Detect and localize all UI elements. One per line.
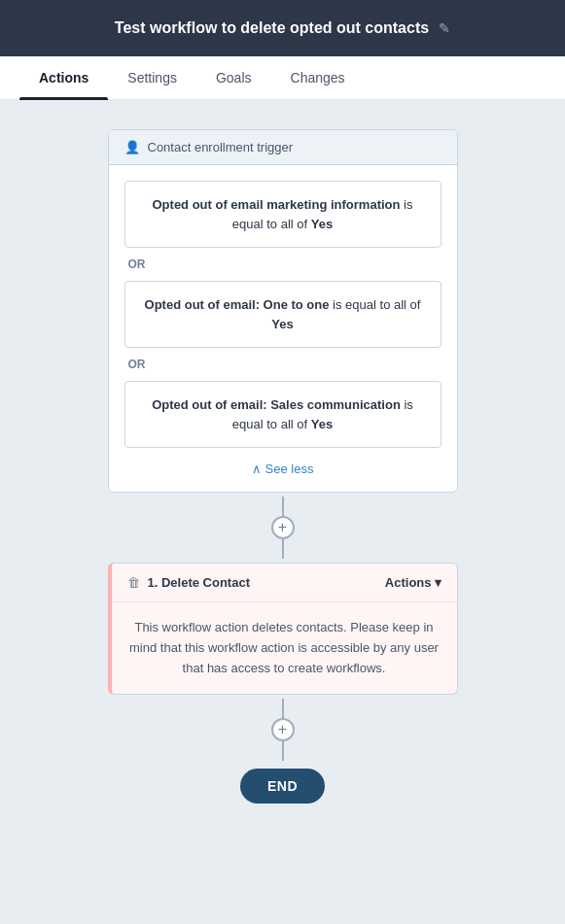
- tab-actions[interactable]: Actions: [19, 56, 108, 99]
- condition-1-bold: Opted out of email marketing infor­matio…: [153, 197, 401, 212]
- condition-2-value: Yes: [271, 317, 293, 331]
- condition-2-text: is equal to all of: [333, 297, 420, 312]
- page-title: Test workflow to delete opted out contac…: [115, 19, 429, 37]
- condition-2: Opted out of email: One to one is equal …: [124, 281, 441, 348]
- tab-goals[interactable]: Goals: [196, 56, 271, 99]
- tab-changes[interactable]: Changes: [271, 56, 365, 99]
- action-header-left: 🗑 1. Delete Contact: [127, 575, 251, 590]
- action-header: 🗑 1. Delete Contact Actions ▾: [112, 564, 457, 602]
- connector-line-top-2: [282, 699, 284, 718]
- action-title: 1. Delete Contact: [148, 575, 251, 590]
- or-label-1: OR: [124, 257, 441, 271]
- dropdown-arrow-icon: ▾: [435, 575, 441, 590]
- condition-3-bold: Opted out of email: Sales communi­cation: [152, 397, 401, 412]
- see-less-label: See less: [265, 462, 314, 476]
- add-step-button-1[interactable]: +: [271, 516, 295, 539]
- user-icon: 👤: [124, 140, 140, 154]
- edit-icon[interactable]: ✎: [439, 20, 450, 36]
- condition-3-value: Yes: [311, 417, 333, 431]
- connector-1: +: [271, 496, 295, 559]
- main-content: 👤 Contact enrollment trigger Opted out o…: [0, 100, 565, 833]
- end-button[interactable]: END: [240, 769, 325, 804]
- action-card: 🗑 1. Delete Contact Actions ▾ This workf…: [108, 563, 458, 695]
- connector-line-bottom-1: [282, 539, 284, 559]
- condition-1-value: Yes: [311, 217, 333, 231]
- or-label-2: OR: [124, 358, 441, 371]
- see-less-container: See less: [124, 462, 441, 476]
- chevron-up-icon: [252, 462, 262, 476]
- connector-line-top-1: [282, 496, 284, 516]
- condition-3: Opted out of email: Sales communi­cation…: [124, 381, 441, 448]
- add-step-button-2[interactable]: +: [271, 718, 295, 741]
- tab-settings[interactable]: Settings: [108, 56, 196, 99]
- page-header: Test workflow to delete opted out contac…: [0, 0, 565, 56]
- connector-2: +: [271, 699, 295, 761]
- condition-2-bold: Opted out of email: One to one: [145, 297, 330, 312]
- tab-bar: Actions Settings Goals Changes: [0, 56, 565, 100]
- trigger-card: 👤 Contact enrollment trigger Opted out o…: [108, 129, 458, 493]
- trash-icon[interactable]: 🗑: [127, 575, 140, 590]
- trigger-header: 👤 Contact enrollment trigger: [109, 130, 457, 165]
- condition-1: Opted out of email marketing infor­matio…: [124, 181, 441, 248]
- connector-line-bottom-2: [282, 741, 284, 761]
- action-body: This workflow action deletes contacts. P…: [112, 602, 457, 694]
- trigger-label: Contact enrollment trigger: [148, 140, 294, 154]
- see-less-link[interactable]: See less: [124, 462, 441, 476]
- actions-dropdown-button[interactable]: Actions ▾: [385, 575, 441, 590]
